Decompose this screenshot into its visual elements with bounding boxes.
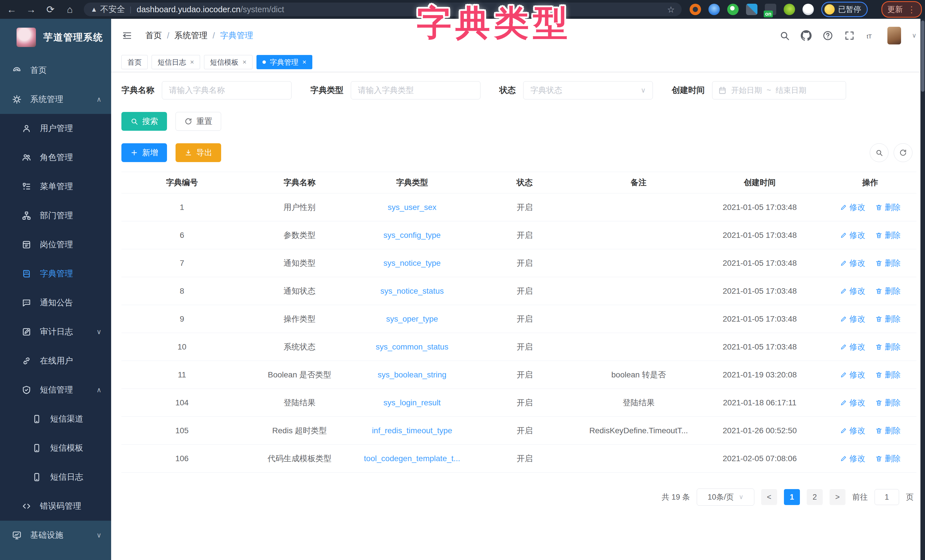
dict-type-link[interactable]: sys_user_sex bbox=[387, 203, 436, 212]
fullscreen-icon[interactable] bbox=[844, 30, 855, 41]
add-button[interactable]: 新增 bbox=[121, 143, 167, 162]
sidebar-item-users[interactable]: 用户管理 bbox=[0, 114, 111, 143]
scrollbar-thumb[interactable] bbox=[921, 21, 924, 92]
sidebar-item-dict[interactable]: 字典管理 bbox=[0, 259, 111, 288]
chevron-down-icon[interactable]: ∨ bbox=[912, 32, 916, 39]
delete-link[interactable]: 删除 bbox=[875, 453, 901, 464]
delete-link[interactable]: 删除 bbox=[875, 314, 901, 324]
edit-link[interactable]: 修改 bbox=[840, 286, 865, 297]
delete-link[interactable]: 删除 bbox=[875, 342, 901, 352]
sidebar-item-posts[interactable]: 岗位管理 bbox=[0, 230, 111, 259]
dict-type-link[interactable]: sys_login_result bbox=[384, 398, 441, 407]
extension-icon-plant[interactable] bbox=[783, 4, 795, 15]
extension-icon-blue[interactable] bbox=[708, 4, 720, 15]
edit-link[interactable]: 修改 bbox=[840, 369, 865, 380]
delete-link[interactable]: 删除 bbox=[875, 230, 901, 241]
status-select[interactable]: 字典状态 ∨ bbox=[523, 81, 653, 99]
home-button[interactable]: ⌂ bbox=[62, 2, 77, 17]
edit-link[interactable]: 修改 bbox=[840, 397, 865, 408]
avatar[interactable] bbox=[887, 27, 901, 44]
collapse-menu-icon[interactable] bbox=[121, 31, 133, 41]
search-button[interactable]: 搜索 bbox=[121, 112, 167, 131]
refresh-table-button[interactable] bbox=[894, 143, 913, 162]
dict-type-link[interactable]: tool_codegen_template_t... bbox=[364, 454, 460, 463]
extension-icon-grid[interactable] bbox=[746, 4, 758, 15]
delete-link[interactable]: 删除 bbox=[875, 286, 901, 297]
kebab-menu-icon[interactable]: ⋮ bbox=[907, 5, 916, 15]
sidebar-item-infrastructure[interactable]: 基础设施 ∨ bbox=[0, 521, 111, 550]
sidebar-item-roles[interactable]: 角色管理 bbox=[0, 143, 111, 172]
close-icon[interactable]: × bbox=[302, 58, 306, 66]
sidebar-item-sms-channel[interactable]: 短信渠道 bbox=[0, 405, 111, 434]
page-size-select[interactable]: 10条/页 ∨ bbox=[697, 489, 754, 506]
search-icon[interactable] bbox=[779, 30, 790, 41]
sidebar-item-sms[interactable]: 短信管理 ∧ bbox=[0, 375, 111, 405]
page-button-2[interactable]: 2 bbox=[807, 489, 823, 505]
extension-icon-on-switch[interactable]: on bbox=[765, 4, 776, 15]
paused-extension-chip[interactable]: 已暂停 bbox=[821, 2, 868, 17]
github-icon[interactable] bbox=[801, 30, 812, 41]
security-label[interactable]: 不安全 bbox=[100, 4, 125, 15]
sidebar-item-departments[interactable]: 部门管理 bbox=[0, 201, 111, 230]
date-range-picker[interactable]: 开始日期 ~ 结束日期 bbox=[712, 81, 846, 99]
edit-link[interactable]: 修改 bbox=[840, 453, 865, 464]
window-scrollbar[interactable] bbox=[920, 19, 925, 560]
bookmark-star-icon[interactable]: ☆ bbox=[667, 5, 675, 15]
reload-button[interactable]: ⟳ bbox=[43, 2, 58, 17]
help-icon[interactable] bbox=[823, 30, 833, 41]
reset-button[interactable]: 重置 bbox=[176, 112, 221, 131]
breadcrumb-system[interactable]: 系统管理 bbox=[175, 30, 208, 41]
dict-type-link[interactable]: sys_boolean_string bbox=[378, 370, 446, 379]
edit-link[interactable]: 修改 bbox=[840, 230, 865, 241]
dict-type-link[interactable]: sys_notice_status bbox=[380, 286, 444, 295]
next-page-button[interactable]: > bbox=[830, 489, 845, 505]
sidebar-item-notice[interactable]: 通知公告 bbox=[0, 288, 111, 317]
forward-button[interactable]: → bbox=[23, 2, 39, 17]
sidebar-item-sms-log[interactable]: 短信日志 bbox=[0, 462, 111, 492]
back-button[interactable]: ← bbox=[4, 2, 20, 17]
sidebar-item-error-code[interactable]: 错误码管理 bbox=[0, 492, 111, 521]
delete-link[interactable]: 删除 bbox=[875, 202, 901, 213]
address-bar[interactable]: ▲ 不安全 | dashboard.yudao.iocoder.cn /syst… bbox=[84, 3, 682, 16]
edit-link[interactable]: 修改 bbox=[840, 342, 865, 352]
edit-link[interactable]: 修改 bbox=[840, 258, 865, 269]
sidebar-item-home[interactable]: 首页 bbox=[0, 56, 111, 85]
tab-sms-template[interactable]: 短信模板 × bbox=[204, 55, 253, 69]
dict-type-link[interactable]: sys_config_type bbox=[384, 231, 441, 239]
delete-link[interactable]: 删除 bbox=[875, 369, 901, 380]
dict-type-link[interactable]: sys_common_status bbox=[375, 342, 448, 351]
export-button[interactable]: 导出 bbox=[176, 143, 221, 162]
sidebar-item-online-users[interactable]: 在线用户 bbox=[0, 346, 111, 375]
dict-name-input[interactable] bbox=[162, 81, 292, 99]
toggle-search-button[interactable] bbox=[870, 143, 889, 162]
extension-icon-green-circle[interactable] bbox=[727, 4, 739, 15]
sidebar-item-sms-template[interactable]: 短信模板 bbox=[0, 434, 111, 462]
sidebar-item-audit-log[interactable]: 审计日志 ∨ bbox=[0, 317, 111, 346]
delete-link[interactable]: 删除 bbox=[875, 258, 901, 269]
page-button-1[interactable]: 1 bbox=[784, 489, 800, 505]
tab-home[interactable]: 首页 bbox=[121, 55, 148, 69]
extension-icon-white-figure[interactable] bbox=[803, 4, 814, 15]
font-size-icon[interactable]: tT bbox=[866, 30, 877, 41]
goto-page-input[interactable] bbox=[875, 489, 899, 505]
dict-type-link[interactable]: inf_redis_timeout_type bbox=[372, 426, 452, 435]
edit-link[interactable]: 修改 bbox=[840, 202, 865, 213]
extension-icon-orange[interactable] bbox=[690, 4, 701, 15]
edit-link[interactable]: 修改 bbox=[840, 425, 865, 436]
tab-sms-log[interactable]: 短信日志 × bbox=[152, 55, 200, 69]
logo-row[interactable]: 芋道管理系统 bbox=[0, 19, 111, 56]
sidebar-item-menus[interactable]: 菜单管理 bbox=[0, 172, 111, 201]
edit-link[interactable]: 修改 bbox=[840, 314, 865, 324]
tab-dict-active[interactable]: 字典管理 × bbox=[256, 55, 312, 69]
dict-type-link[interactable]: sys_notice_type bbox=[384, 259, 441, 268]
sidebar-item-system[interactable]: 系统管理 ∧ bbox=[0, 85, 111, 114]
breadcrumb-home[interactable]: 首页 bbox=[145, 30, 162, 41]
dict-type-link[interactable]: sys_oper_type bbox=[386, 315, 438, 323]
close-icon[interactable]: × bbox=[190, 58, 194, 66]
prev-page-button[interactable]: < bbox=[761, 489, 777, 505]
delete-link[interactable]: 删除 bbox=[875, 425, 901, 436]
delete-link[interactable]: 删除 bbox=[875, 397, 901, 408]
close-icon[interactable]: × bbox=[243, 58, 247, 66]
dict-type-input[interactable] bbox=[351, 81, 481, 99]
browser-update-button[interactable]: 更新 ⋮ bbox=[881, 1, 922, 18]
